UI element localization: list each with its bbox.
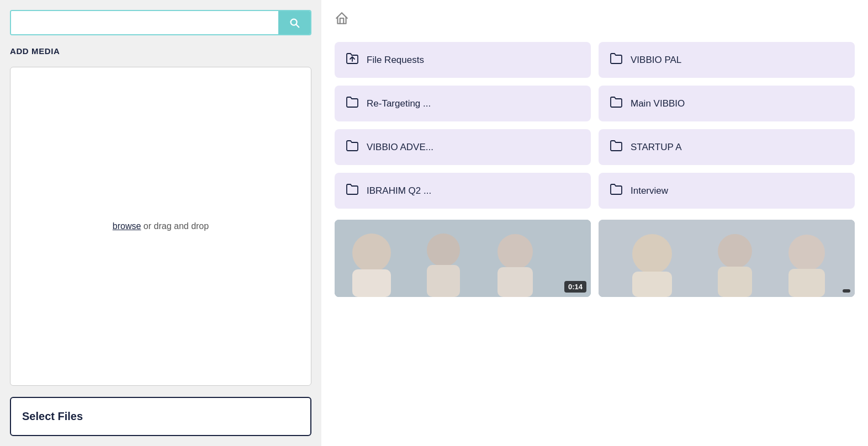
folder-icon <box>610 139 623 155</box>
folder-item-ibrahim-q2[interactable]: IBRAHIM Q2 ... <box>335 173 591 209</box>
video-duration-2 <box>843 289 850 293</box>
home-icon[interactable] <box>335 11 349 29</box>
svg-point-12 <box>718 234 752 268</box>
video-thumb-1[interactable]: 0:14 <box>335 220 591 297</box>
svg-rect-15 <box>788 269 825 297</box>
folder-name: STARTUP A <box>631 142 682 153</box>
svg-rect-4 <box>352 269 391 297</box>
search-icon <box>288 17 300 29</box>
search-button[interactable] <box>278 11 310 34</box>
folder-item-retargeting[interactable]: Re-Targeting ... <box>335 86 591 121</box>
video-duration-1: 0:14 <box>564 281 586 293</box>
svg-point-7 <box>497 234 533 269</box>
search-bar <box>10 10 311 35</box>
folder-icon <box>610 95 623 112</box>
folder-icon <box>346 183 359 199</box>
add-media-label: ADD MEDIA <box>10 46 311 56</box>
drop-zone[interactable]: browse or drag and drop <box>10 67 311 386</box>
svg-rect-13 <box>718 267 752 297</box>
folder-icon <box>610 52 623 68</box>
video-thumb-2[interactable] <box>599 220 855 297</box>
folder-name: VIBBIO ADVE... <box>367 142 433 153</box>
browse-link[interactable]: browse <box>113 221 141 231</box>
svg-point-3 <box>352 233 391 272</box>
video-thumb-inner-1 <box>335 220 591 297</box>
folder-name: Re-Targeting ... <box>367 98 431 109</box>
svg-rect-11 <box>632 272 672 297</box>
folder-item-vibbio-adve[interactable]: VIBBIO ADVE... <box>335 129 591 165</box>
folder-name: Interview <box>631 185 668 197</box>
folder-name: IBRAHIM Q2 ... <box>367 185 431 197</box>
folder-icon <box>610 183 623 199</box>
folder-name: VIBBIO PAL <box>631 55 681 66</box>
folder-item-vibbio-pal[interactable]: VIBBIO PAL <box>599 42 855 78</box>
left-panel: ADD MEDIA browse or drag and drop Select… <box>0 0 321 446</box>
folder-item-startup-a[interactable]: STARTUP A <box>599 129 855 165</box>
search-input[interactable] <box>11 11 278 34</box>
svg-point-5 <box>427 233 460 267</box>
folder-item-interview[interactable]: Interview <box>599 173 855 209</box>
video-thumb-inner-2 <box>599 220 855 297</box>
select-files-button[interactable]: Select Files <box>10 397 311 436</box>
svg-point-14 <box>788 235 825 271</box>
videos-grid: 0:14 <box>335 220 855 297</box>
folder-name: File Requests <box>367 55 424 66</box>
svg-point-10 <box>632 234 672 274</box>
folder-item-main-vibbio[interactable]: Main VIBBIO <box>599 86 855 121</box>
folder-grid: File Requests VIBBIO PAL Re-Targeting ..… <box>335 42 855 209</box>
folder-icon <box>346 139 359 155</box>
folder-name: Main VIBBIO <box>631 98 685 109</box>
folder-item-file-requests[interactable]: File Requests <box>335 42 591 78</box>
folder-icon <box>346 95 359 112</box>
svg-rect-8 <box>497 267 533 297</box>
breadcrumb-bar <box>335 11 855 29</box>
drag-drop-text: or drag and drop <box>141 221 209 231</box>
right-panel: File Requests VIBBIO PAL Re-Targeting ..… <box>321 0 868 446</box>
drop-zone-text: browse or drag and drop <box>113 221 209 231</box>
folder-upload-icon <box>346 52 359 68</box>
svg-rect-6 <box>427 265 460 297</box>
